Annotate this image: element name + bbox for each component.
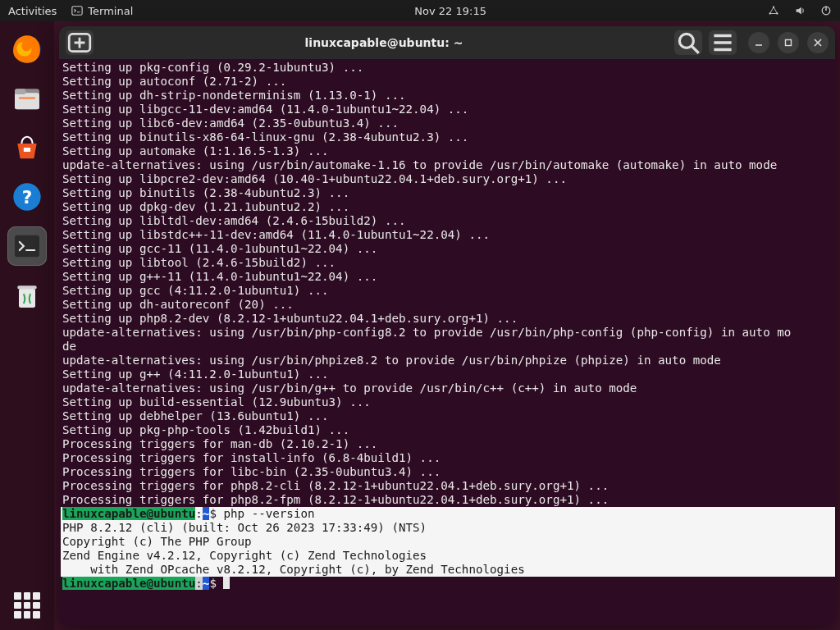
terminal-line: Setting up gcc (4:11.2.0-1ubuntu1) ... [61,284,835,298]
software-icon [11,131,43,164]
terminal-line: Setting up php8.2-dev (8.2.12-1+ubuntu22… [61,312,835,326]
new-tab-icon [66,29,94,57]
terminal-line: Setting up pkg-config (0.29.2-1ubuntu3) … [61,61,835,75]
firefox-icon [11,33,43,66]
terminal-line: Processing triggers for install-info (6.… [61,451,835,465]
svg-rect-10 [19,97,35,99]
prompt-dollar: $ [209,577,217,590]
terminal-line: Setting up dh-autoreconf (20) ... [61,298,835,312]
terminal-line: Setting up pkg-php-tools (1.42build1) ..… [61,423,835,437]
terminal-line: Setting up binutils (2.38-4ubuntu2.3) ..… [61,186,835,200]
terminal-launcher[interactable] [7,226,47,266]
terminal-line: Setting up autoconf (2.71-2) ... [61,75,835,89]
show-applications-button[interactable] [14,592,40,619]
search-button[interactable] [674,30,702,55]
svg-rect-26 [786,40,792,46]
window-title: linuxcapable@ubuntu: ~ [100,36,668,49]
terminal-line: update-alternatives: using /usr/bin/php-… [61,326,835,340]
prompt-colon: : [195,507,203,520]
terminal-line: de [61,340,835,354]
power-status-icon[interactable] [820,5,832,16]
software-launcher[interactable] [7,128,47,167]
terminal-line: Setting up libgcc-11-dev:amd64 (11.4.0-1… [61,103,835,116]
trash-launcher[interactable] [7,276,47,315]
help-icon: ? [11,180,43,213]
terminal-line: Setting up debhelper (13.6ubuntu1) ... [61,409,835,423]
files-icon [11,82,43,115]
svg-rect-14 [15,235,39,258]
terminal-line: Setting up libstdc++-11-dev:amd64 (11.4.… [61,228,835,242]
terminal-line: Copyright (c) The PHP Group [61,535,835,549]
prompt-user: linuxcapable@ubuntu [62,507,195,520]
svg-rect-16 [17,285,36,289]
terminal-line: update-alternatives: using /usr/bin/g++ … [61,381,835,395]
terminal-line: Setting up g++-11 (11.4.0-1ubuntu1~22.04… [61,270,835,284]
svg-point-20 [679,34,693,48]
terminal-line: Setting up libltdl-dev:amd64 (2.4.6-15bu… [61,214,835,228]
terminal-line: Setting up libpcre2-dev:amd64 (10.40-1+u… [61,172,835,186]
highlighted-output: linuxcapable@ubuntu:~$ php --versionPHP … [61,507,835,577]
svg-line-21 [692,46,699,53]
terminal-line: update-alternatives: using /usr/bin/phpi… [61,354,835,368]
terminal-line: Setting up g++ (4:11.2.0-1ubuntu1) ... [61,368,835,381]
svg-rect-11 [24,148,30,152]
terminal-line: Zend Engine v4.2.12, Copyright (c) Zend … [61,549,835,563]
terminal-line: update-alternatives: using /usr/bin/auto… [61,158,835,172]
close-icon [813,38,823,48]
titlebar: linuxcapable@ubuntu: ~ [59,26,835,59]
trash-icon [11,279,43,312]
gnome-topbar: Activities Terminal Nov 22 19:15 [0,0,840,21]
cursor [223,577,230,589]
network-status-icon[interactable] [768,5,779,16]
hamburger-menu-button[interactable] [709,30,737,55]
prompt-user: linuxcapable@ubuntu [62,577,195,590]
prompt-line: linuxcapable@ubuntu:~$ [61,577,835,591]
svg-rect-9 [15,89,25,94]
terminal-line: Setting up dpkg-dev (1.21.1ubuntu2.2) ..… [61,200,835,214]
terminal-line: Processing triggers for libc-bin (2.35-0… [61,465,835,479]
terminal-line: Processing triggers for php8.2-fpm (8.2.… [61,493,835,507]
clock[interactable]: Nov 22 19:15 [141,5,760,17]
prompt-dollar: $ [209,507,217,520]
active-app-label: Terminal [88,5,133,17]
firefox-launcher[interactable] [7,30,47,69]
help-launcher[interactable]: ? [7,177,47,217]
terminal-line: Setting up binutils-x86-64-linux-gnu (2.… [61,130,835,144]
command-text: php --version [217,507,315,520]
terminal-line: Processing triggers for man-db (2.10.2-1… [61,437,835,451]
files-launcher[interactable] [7,79,47,118]
prompt-colon: : [195,577,203,590]
search-icon [674,29,702,57]
terminal-window: linuxcapable@ubuntu: ~ Setting up pkg-co… [59,26,835,625]
prompt-line: linuxcapable@ubuntu:~$ php --version [61,507,835,521]
terminal-icon [11,230,43,262]
hamburger-icon [709,29,737,57]
volume-status-icon[interactable] [794,5,806,16]
maximize-icon [783,38,793,48]
maximize-button[interactable] [778,32,799,53]
terminal-line: Setting up gcc-11 (11.4.0-1ubuntu1~22.04… [61,242,835,256]
terminal-line: Setting up libc6-dev:amd64 (2.35-0ubuntu… [61,116,835,130]
terminal-small-icon [71,5,83,16]
minimize-button[interactable] [748,32,769,53]
terminal-body[interactable]: Setting up pkg-config (0.29.2-1ubuntu3) … [59,59,835,625]
close-button[interactable] [807,32,829,53]
active-app-indicator[interactable]: Terminal [71,5,133,17]
command-text [217,577,224,590]
svg-rect-0 [72,7,82,16]
terminal-line: Setting up libtool (2.4.6-15build2) ... [61,256,835,270]
terminal-line: Setting up build-essential (12.9ubuntu3)… [61,395,835,409]
terminal-line: PHP 8.2.12 (cli) (built: Oct 26 2023 17:… [61,521,835,535]
new-tab-button[interactable] [66,30,94,55]
terminal-line: Processing triggers for php8.2-cli (8.2.… [61,479,835,493]
svg-rect-8 [15,93,39,109]
minimize-icon [754,38,764,48]
terminal-line: Setting up dh-strip-nondeterminism (1.13… [61,89,835,103]
terminal-line: Setting up automake (1:1.16.5-1.3) ... [61,144,835,158]
svg-rect-15 [19,289,35,308]
ubuntu-dock: ? [0,21,54,630]
svg-text:?: ? [22,187,33,208]
activities-button[interactable]: Activities [8,5,57,17]
terminal-line: with Zend OPcache v8.2.12, Copyright (c)… [61,563,835,577]
